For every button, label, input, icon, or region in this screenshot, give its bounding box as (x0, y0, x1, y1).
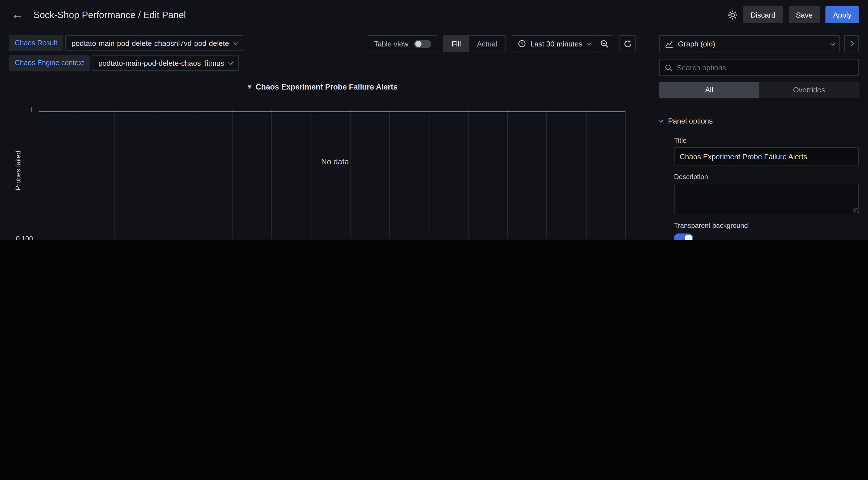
chevron-down-icon (234, 40, 238, 44)
gridline (193, 109, 193, 239)
navbar-actions: Discard Save Apply (728, 6, 859, 23)
workspace: Chaos Result podtato-main-pod-delete-cha… (0, 30, 868, 240)
navbar: ← Sock-Shop Performance / Edit Panel Dis… (0, 0, 868, 30)
chevron-down-icon (659, 118, 663, 123)
variable-chaos-result: Chaos Result podtato-main-pod-delete-cha… (9, 35, 243, 51)
toggle-viz-picker-button[interactable] (844, 35, 859, 52)
chevron-down-icon (586, 40, 591, 45)
time-controls: Last 30 minutes (512, 35, 613, 52)
table-view-toggle[interactable] (414, 39, 431, 48)
gridline (547, 109, 547, 239)
panel-options-fields: Title Description Transparent background (674, 137, 859, 240)
panel-title: Chaos Experiment Probe Failure Alerts (255, 82, 397, 91)
gridline (311, 109, 311, 239)
options-tab-all[interactable]: All (659, 81, 759, 98)
transparent-background-label: Transparent background (674, 221, 859, 230)
back-arrow-icon: ← (11, 8, 23, 22)
visualization-row: Graph (old) (659, 35, 859, 52)
options-search (659, 59, 859, 76)
options-filter-tabs: All Overrides (659, 81, 859, 98)
variable-value-dropdown[interactable]: podtato-main-pod-delete-chaos_litmus (92, 55, 239, 71)
page-title: Sock-Shop Performance / Edit Panel (33, 9, 186, 20)
dashboard-settings-button[interactable] (728, 10, 738, 20)
gridline (153, 109, 154, 239)
options-tab-overrides[interactable]: Overrides (759, 81, 859, 98)
chevron-down-icon (830, 40, 835, 45)
fill-actual-segment: Fill Actual (443, 35, 506, 52)
variable-value-dropdown[interactable]: podtato-main-pod-delete-chaosnl7vd-pod-d… (65, 35, 243, 51)
actual-button[interactable]: Actual (469, 36, 505, 52)
panel-options-header[interactable]: Panel options (659, 113, 859, 129)
variable-label: Chaos Engine context (9, 55, 90, 71)
fill-button[interactable]: Fill (444, 36, 469, 52)
back-button[interactable]: ← (9, 7, 26, 23)
gridline (232, 109, 232, 239)
variable-label: Chaos Result (9, 35, 63, 51)
gridline (429, 109, 429, 239)
chart-gridlines (75, 109, 625, 239)
title-field-label: Title (674, 137, 859, 144)
search-icon (665, 64, 672, 71)
discard-button[interactable]: Discard (743, 6, 783, 23)
panel-title-input[interactable] (674, 147, 859, 166)
table-view-label: Table view (374, 39, 408, 48)
gridline (272, 109, 272, 239)
graph-panel: ♥ Chaos Experiment Probe Failure Alerts … (9, 81, 636, 240)
main-pane: Chaos Result podtato-main-pod-delete-cha… (0, 30, 645, 240)
resize-handle[interactable] (853, 208, 858, 213)
panel-description-textarea[interactable] (674, 183, 859, 214)
pane-splitter[interactable] (645, 30, 650, 240)
time-range-picker[interactable]: Last 30 minutes (512, 35, 596, 52)
variable-value: podtato-main-pod-delete-chaosnl7vd-pod-d… (71, 39, 229, 47)
refresh-button[interactable] (619, 35, 636, 52)
description-field-label: Description (674, 173, 859, 181)
apply-button[interactable]: Apply (826, 6, 859, 23)
view-controls: Table view Fill Actual Last 30 minutes (368, 35, 636, 52)
variable-chaos-engine-context: Chaos Engine context podtato-main-pod-de… (9, 55, 243, 71)
time-series-chart: Probes failed 1 0.100 No data 13:3013:32… (9, 99, 636, 240)
clock-icon (518, 40, 526, 47)
visualization-picker[interactable]: Graph (old) (659, 35, 840, 52)
graph-viz-icon (665, 39, 674, 48)
zoom-out-button[interactable] (596, 35, 613, 52)
dashboard-variables: Chaos Result podtato-main-pod-delete-cha… (9, 35, 243, 71)
alert-heart-icon: ♥ (248, 83, 252, 91)
refresh-icon (623, 39, 632, 48)
gridline (390, 109, 390, 239)
gridline (114, 109, 115, 239)
panel-description-field (674, 183, 859, 214)
chevron-right-icon (849, 41, 854, 46)
options-panel: Panel options Title Description Transpar… (659, 113, 859, 240)
y-tick-label: 0.100 (9, 235, 33, 240)
options-search-input[interactable] (677, 63, 853, 72)
panel-options-header-label: Panel options (668, 117, 713, 125)
table-view-control: Table view (368, 35, 437, 52)
variable-value: podtato-main-pod-delete-chaos_litmus (98, 59, 224, 67)
gear-icon (728, 10, 738, 20)
panel-toolbar: Chaos Result podtato-main-pod-delete-cha… (0, 30, 645, 71)
transparent-background-toggle[interactable] (674, 234, 693, 240)
panel-header[interactable]: ♥ Chaos Experiment Probe Failure Alerts (9, 81, 636, 92)
panel-options-sidebar: Graph (old) All Overrides (650, 30, 868, 240)
time-range-label: Last 30 minutes (530, 39, 582, 48)
gridline (625, 109, 626, 239)
gridline (507, 109, 508, 239)
visualization-name: Graph (old) (678, 39, 715, 48)
zoom-out-icon (600, 39, 609, 48)
y-axis-label: Probes failed (14, 151, 22, 191)
plot-area[interactable]: No data (37, 109, 632, 239)
gridline (468, 109, 469, 239)
grafana-edit-panel: ← Sock-Shop Performance / Edit Panel Dis… (0, 0, 868, 240)
y-tick-label: 1 (9, 106, 33, 114)
chevron-down-icon (229, 60, 233, 64)
gridline (586, 109, 586, 239)
no-data-message: No data (37, 157, 632, 166)
gridline (350, 109, 351, 239)
save-button[interactable]: Save (788, 6, 820, 23)
gridline (75, 109, 75, 239)
alert-threshold-line (38, 111, 625, 112)
